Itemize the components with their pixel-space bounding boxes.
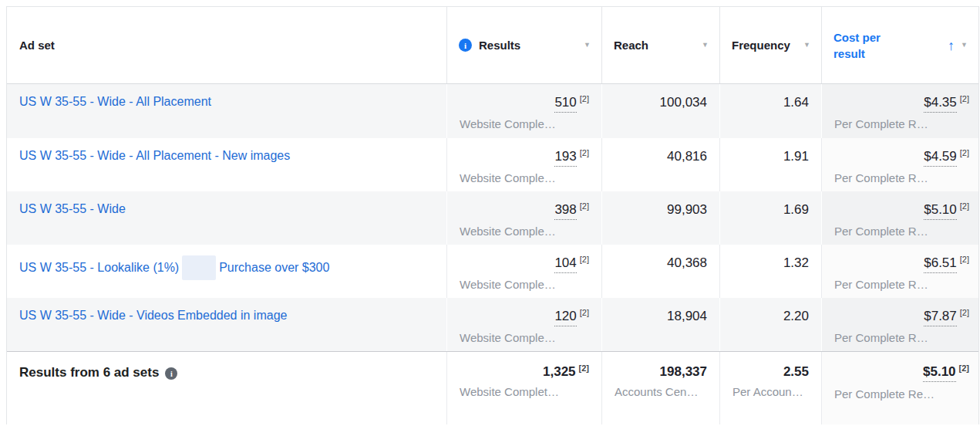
column-header-reach[interactable]: Reach ▼ [601,7,719,83]
ad-set-name-cell: US W 35-55 - Wide - Videos Embedded in i… [7,298,446,351]
reach-column-label: Reach [614,39,648,52]
results-value[interactable]: 120 [554,309,576,326]
cost-per-result-column-label: Cost per result [834,29,891,62]
results-value[interactable]: 104 [554,255,576,273]
footnote-superscript: [2] [580,308,589,317]
footnote-superscript: [2] [959,363,969,373]
summary-results-cell: 1,325 [2] Website Complet… [446,352,601,424]
column-header-frequency[interactable]: Frequency ▼ [719,7,821,83]
footnote-superscript: [2] [960,148,969,157]
column-header-cost-per-result[interactable]: Cost per result ↑ ▼ [821,7,978,83]
cost-per-result-cell: $4.59 [2] Per Complete R… [821,138,978,191]
frequency-value: 1.32 [783,255,809,271]
reach-value: 40,368 [667,255,707,271]
summary-frequency-value: 2.55 [783,364,809,380]
ad-set-link[interactable]: US W 35-55 - Wide - All Placement [19,95,211,108]
footnote-superscript: [2] [580,201,589,211]
chevron-down-icon[interactable]: ▼ [803,42,810,49]
cost-per-result-value[interactable]: $5.10 [924,202,957,220]
table-row: US W 35-55 - Wide - All Placement 510 [2… [7,84,978,138]
frequency-value: 1.64 [783,95,809,110]
ad-set-link[interactable]: US W 35-55 - Wide - All Placement - New … [19,149,290,162]
ad-set-link[interactable]: US W 35-55 - Wide - Videos Embedded in i… [19,309,287,322]
frequency-value: 2.20 [783,309,809,324]
results-cell: 120 [2] Website Comple… [446,298,601,351]
footnote-superscript: [2] [960,308,969,317]
table-row: US W 35-55 - Wide - All Placement - New … [7,138,978,191]
reach-value: 40,816 [667,149,707,164]
results-metric-label: Website Comple… [447,326,601,344]
cost-per-result-cell: $7.87 [2] Per Complete R… [821,298,978,351]
reach-value: 100,034 [660,95,707,110]
results-metric-label: Website Comple… [447,113,601,130]
cost-metric-label: Per Complete R… [822,113,978,130]
cost-per-result-value[interactable]: $4.35 [924,95,957,113]
summary-cost-metric-label: Per Complete Re… [822,382,978,401]
chevron-down-icon[interactable]: ▼ [584,42,591,49]
footnote-superscript: [2] [580,94,589,103]
footnote-superscript: [2] [960,94,969,103]
summary-label: Results from 6 ad sets [19,365,159,380]
summary-results-metric-label: Website Complet… [447,380,601,398]
chevron-down-icon[interactable]: ▼ [961,42,968,49]
adsets-report-pane: Ad set i Results ▼ Reach ▼ Frequency ▼ C… [0,0,980,426]
ad-set-name-cell: US W 35-55 - Wide - All Placement - New … [7,138,446,191]
table-summary-row: Results from 6 ad sets i 1,325 [2] Websi… [7,351,978,424]
redacted-text-block [182,255,216,280]
cost-per-result-cell: $4.35 [2] Per Complete R… [821,84,978,138]
frequency-value: 1.91 [783,149,809,164]
table-body: US W 35-55 - Wide - All Placement 510 [2… [7,84,978,351]
results-column-label: Results [479,39,520,52]
footnote-superscript: [2] [580,148,589,157]
cost-per-result-cell: $5.10 [2] Per Complete R… [821,191,978,245]
results-cell: 398 [2] Website Comple… [446,191,601,245]
summary-frequency-cell: 2.55 Per Accoun… [719,352,821,424]
table-header-row: Ad set i Results ▼ Reach ▼ Frequency ▼ C… [7,7,978,84]
summary-reach-value: 198,337 [660,364,707,380]
table-row: US W 35-55 - Wide - Videos Embedded in i… [7,298,978,351]
results-cell: 104 [2] Website Comple… [446,245,601,298]
info-icon[interactable]: i [459,39,472,52]
cost-metric-label: Per Complete R… [822,326,978,344]
summary-cost-value[interactable]: $5.10 [923,364,956,382]
ad-set-link[interactable]: US W 35-55 - Lookalike (1%)Purchase over… [19,261,329,274]
ad-set-link[interactable]: US W 35-55 - Wide [19,202,126,215]
frequency-column-label: Frequency [732,39,790,52]
cost-metric-label: Per Complete R… [822,273,978,291]
table-row: US W 35-55 - Wide 398 [2] Website Comple… [7,191,978,245]
footnote-superscript: [2] [960,201,969,211]
sort-ascending-icon[interactable]: ↑ [948,39,955,52]
results-value[interactable]: 193 [554,149,576,167]
cost-per-result-value[interactable]: $4.59 [924,149,957,167]
summary-reach-cell: 198,337 Accounts Cen… [601,352,719,424]
summary-results-value: 1,325 [543,364,576,380]
results-value[interactable]: 510 [554,95,576,113]
reach-cell: 99,903 [601,191,719,245]
column-header-ad-set[interactable]: Ad set [7,7,446,83]
results-metric-label: Website Comple… [447,220,601,238]
summary-frequency-metric-label: Per Accoun… [720,380,821,398]
footnote-superscript: [2] [580,255,589,264]
ad-set-name-cell: US W 35-55 - Wide - All Placement [7,84,446,138]
cost-per-result-value[interactable]: $7.87 [924,309,957,326]
table-row: US W 35-55 - Lookalike (1%)Purchase over… [7,245,978,298]
ad-set-name-cell: US W 35-55 - Lookalike (1%)Purchase over… [7,245,446,298]
column-header-results[interactable]: i Results ▼ [446,7,601,83]
frequency-value: 1.69 [783,202,809,218]
results-metric-label: Website Comple… [447,167,601,184]
summary-cost-cell: $5.10 [2] Per Complete Re… [821,352,978,424]
info-icon[interactable]: i [165,367,177,380]
frequency-cell: 1.69 [719,191,821,245]
reach-cell: 40,368 [601,245,719,298]
chevron-down-icon[interactable]: ▼ [702,42,709,49]
adsets-table: Ad set i Results ▼ Reach ▼ Frequency ▼ C… [6,6,979,424]
summary-reach-metric-label: Accounts Cen… [602,380,719,398]
results-cell: 193 [2] Website Comple… [446,138,601,191]
results-cell: 510 [2] Website Comple… [446,84,601,138]
cost-metric-label: Per Complete R… [822,167,978,184]
frequency-cell: 2.20 [719,298,821,351]
results-value[interactable]: 398 [554,202,576,220]
footnote-superscript: [2] [579,363,589,373]
footnote-superscript: [2] [960,255,969,264]
cost-per-result-value[interactable]: $6.51 [924,255,957,273]
